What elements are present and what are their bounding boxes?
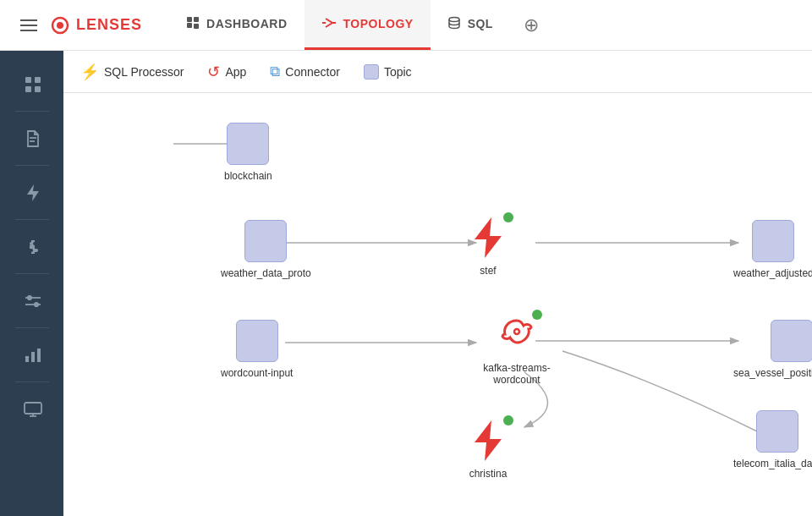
- brand-name: LENSES: [76, 16, 142, 34]
- svg-rect-10: [35, 77, 41, 83]
- node-sea-vessel[interactable]: sea_vessel_position_repo: [733, 320, 812, 379]
- topic-box-weather-adjusted: [752, 220, 794, 262]
- node-label-wordcount-input: wordcount-input: [221, 367, 293, 379]
- app-icon-kafka: [495, 313, 539, 357]
- app-legend-icon: ↺: [207, 63, 220, 81]
- status-dot-christina: [503, 415, 513, 425]
- svg-marker-34: [475, 420, 502, 461]
- sidebar-divider-4: [15, 273, 49, 274]
- sql-processor-legend-icon: ⚡: [80, 63, 99, 81]
- sidebar-item-file[interactable]: [0, 115, 63, 162]
- chart-icon: [25, 348, 41, 363]
- sidebar-item-lightning[interactable]: [0, 169, 63, 216]
- brand-logo-icon: [51, 16, 69, 35]
- svg-rect-23: [25, 403, 41, 414]
- svg-point-1: [57, 22, 63, 29]
- nav-topology[interactable]: TOPOLOGY: [304, 0, 431, 50]
- legend-sql-label: SQL Processor: [104, 65, 184, 79]
- dashboard-icon: [186, 16, 200, 32]
- topic-legend-icon: [364, 64, 379, 80]
- node-blockchain[interactable]: blockchain: [224, 123, 272, 182]
- node-wordcount-input[interactable]: wordcount-input: [221, 320, 293, 379]
- sidebar-divider-2: [15, 165, 49, 166]
- sidebar-divider-5: [15, 327, 49, 328]
- svg-point-33: [514, 329, 519, 334]
- sidebar-item-grid[interactable]: [0, 61, 63, 107]
- node-label-christina: christina: [469, 468, 508, 480]
- sql-icon-christina: [466, 419, 510, 463]
- svg-rect-21: [31, 352, 35, 362]
- node-label-kafka-streams: kafka-streams-wordcount: [466, 362, 568, 386]
- topology-icon: [321, 17, 337, 31]
- sidebar: [0, 51, 63, 516]
- topic-box-blockchain: [227, 123, 269, 165]
- sidebar-item-monitor[interactable]: [0, 386, 63, 432]
- sql-nav-icon: [447, 16, 461, 32]
- svg-rect-4: [187, 17, 192, 22]
- node-label-weather-data-proto: weather_data_proto: [221, 267, 311, 279]
- brand: LENSES: [51, 16, 142, 35]
- status-dot-kafka: [532, 310, 542, 320]
- topic-box-weather: [244, 220, 287, 262]
- node-label-weather-adjusted: weather_adjusted: [733, 267, 812, 279]
- svg-point-8: [449, 17, 459, 21]
- nav-add-button[interactable]: ⊕: [510, 14, 552, 36]
- sidebar-divider-6: [15, 382, 49, 382]
- node-label-sea-vessel: sea_vessel_position_repo: [733, 367, 812, 379]
- lightning-icon-christina: [468, 419, 508, 463]
- lightning-icon-stef: [468, 216, 508, 260]
- lightning-sidebar-icon: [26, 184, 40, 202]
- node-stef[interactable]: stef: [466, 216, 510, 277]
- topic-box-sea-vessel: [771, 320, 812, 362]
- node-label-stef: stef: [480, 265, 496, 277]
- svg-rect-9: [25, 77, 31, 83]
- node-telecom-italia[interactable]: telecom_italia_data: [733, 410, 812, 469]
- node-kafka-streams[interactable]: kafka-streams-wordcount: [466, 313, 568, 386]
- sidebar-divider-3: [15, 219, 49, 220]
- nav-dashboard-label: DASHBOARD: [206, 17, 288, 30]
- grid-icon: [25, 76, 41, 93]
- topic-box-telecom: [756, 410, 798, 453]
- nav-items: DASHBOARD TOPOLOGY SQL: [169, 0, 510, 50]
- node-weather-adjusted[interactable]: weather_adjusted: [733, 220, 812, 279]
- svg-rect-2: [187, 23, 192, 28]
- app-swirl-icon: [497, 314, 537, 356]
- svg-marker-15: [27, 184, 39, 201]
- sidebar-item-puzzle[interactable]: [0, 223, 63, 270]
- legend-app[interactable]: ↺ App: [207, 63, 246, 81]
- sidebar-item-sliders[interactable]: [0, 277, 63, 324]
- node-label-blockchain: blockchain: [224, 170, 272, 182]
- sql-icon-stef: [466, 216, 510, 260]
- node-weather-data-proto[interactable]: weather_data_proto: [221, 220, 311, 279]
- node-label-telecom-italia: telecom_italia_data: [733, 458, 812, 469]
- legend-connector[interactable]: ⧉ Connector: [270, 63, 340, 80]
- nav-topology-label: TOPOLOGY: [343, 17, 414, 30]
- add-icon: ⊕: [524, 14, 539, 36]
- svg-rect-20: [25, 356, 29, 362]
- node-christina[interactable]: christina: [466, 419, 510, 480]
- legend-bar: ⚡ SQL Processor ↺ App ⧉ Connector Topic: [63, 51, 812, 93]
- svg-rect-5: [194, 24, 199, 29]
- sidebar-divider-1: [15, 111, 49, 112]
- legend-sql-processor[interactable]: ⚡ SQL Processor: [80, 63, 184, 81]
- svg-rect-12: [35, 86, 41, 92]
- sliders-icon: [25, 294, 41, 309]
- svg-rect-22: [37, 349, 41, 362]
- top-nav: LENSES DASHBOARD TOPOLOGY SQL: [0, 0, 812, 51]
- status-dot-stef: [503, 212, 513, 222]
- legend-topic-label: Topic: [384, 65, 412, 79]
- svg-point-17: [28, 295, 31, 299]
- legend-connector-label: Connector: [285, 65, 340, 79]
- arrows-svg: [63, 93, 812, 516]
- legend-topic[interactable]: Topic: [364, 64, 412, 80]
- monitor-icon: [24, 402, 42, 417]
- svg-point-19: [35, 302, 38, 305]
- connector-legend-icon: ⧉: [270, 63, 280, 80]
- puzzle-icon: [25, 239, 41, 255]
- hamburger-button[interactable]: [14, 13, 44, 38]
- nav-sql[interactable]: SQL: [431, 0, 510, 50]
- file-icon: [25, 130, 41, 147]
- topic-box-wordcount: [236, 320, 278, 362]
- nav-dashboard[interactable]: DASHBOARD: [169, 0, 304, 50]
- sidebar-item-chart[interactable]: [0, 332, 63, 378]
